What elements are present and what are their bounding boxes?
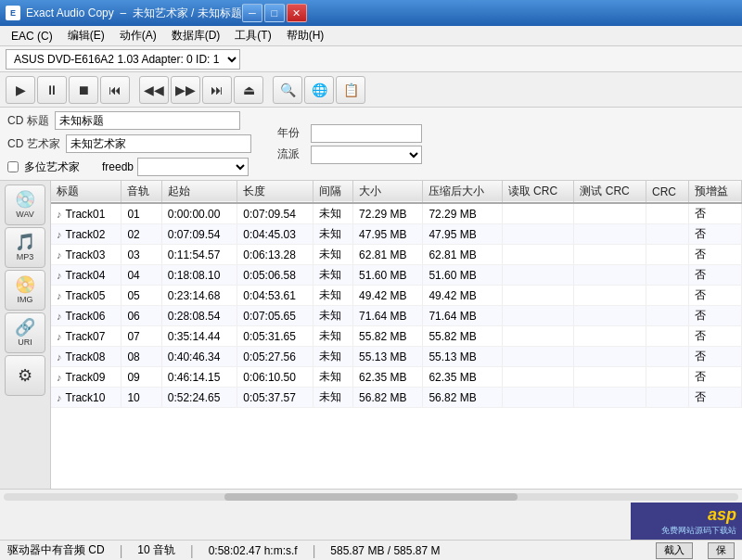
prev-btn[interactable]: ◀◀: [139, 76, 169, 104]
eject-btn[interactable]: ⏏: [234, 76, 263, 104]
track-cell-0: 02: [122, 224, 161, 245]
menu-item-t[interactable]: 工具(T): [227, 26, 278, 45]
track-cell-0: 05: [122, 286, 161, 306]
menu-item-e[interactable]: 编辑(E): [60, 26, 112, 45]
stop-btn[interactable]: ⏹: [69, 76, 98, 104]
col-header-间隔[interactable]: 间隔: [313, 181, 352, 203]
cd-title-input[interactable]: [55, 111, 240, 130]
uri-button[interactable]: 🔗URI: [5, 312, 45, 353]
copy-button[interactable]: 保: [708, 542, 735, 559]
col-header-长度[interactable]: 长度: [237, 181, 313, 203]
hscroll-thumb[interactable]: [224, 493, 518, 501]
col-header-压缩后大小[interactable]: 压缩后大小: [423, 181, 502, 203]
track-cell-8: [646, 367, 688, 388]
freedb-select[interactable]: [137, 158, 249, 176]
toc-btn[interactable]: 📋: [336, 76, 365, 104]
track-cell-7: [574, 203, 646, 224]
table-row[interactable]: ♪Track09090:46:14.150:06:10.50未知62.35 MB…: [51, 367, 742, 388]
cd-artist-input[interactable]: [66, 134, 251, 153]
track-title: Track03: [66, 248, 106, 261]
music-note-icon: ♪: [57, 372, 62, 383]
track-cell-7: [574, 326, 646, 347]
table-row[interactable]: ♪Track03030:11:54.570:06:13.28未知62.81 MB…: [51, 245, 742, 265]
maximize-button[interactable]: □: [264, 4, 285, 22]
track-title-cell: ♪Track03: [51, 245, 122, 265]
mp3-button[interactable]: 🎵MP3: [5, 227, 45, 268]
track-cell-7: [574, 224, 646, 245]
track-cell-5: 49.42 MB: [423, 286, 502, 306]
play-btn[interactable]: ▶: [6, 76, 35, 104]
menu-item-eacc[interactable]: EAC (C): [4, 28, 60, 45]
menu-item-a[interactable]: 动作(A): [112, 26, 164, 45]
music-note-icon: ♪: [57, 290, 62, 301]
track-cell-3: 未知: [313, 347, 352, 367]
table-row[interactable]: ♪Track07070:35:14.440:05:31.65未知55.82 MB…: [51, 326, 742, 347]
minimize-button[interactable]: ─: [242, 4, 262, 22]
track-cell-5: 51.60 MB: [423, 265, 502, 286]
track-title-cell: ♪Track09: [51, 367, 122, 388]
horizontal-scrollbar[interactable]: [0, 489, 742, 503]
next-btn[interactable]: ▶▶: [171, 76, 200, 104]
track-cell-3: 未知: [313, 388, 352, 408]
table-row[interactable]: ♪Track05050:23:14.680:04:53.61未知49.42 MB…: [51, 286, 742, 306]
track-cell-2: 0:04:45.03: [237, 224, 313, 245]
col-header-起始[interactable]: 起始: [161, 181, 237, 203]
genre-label: 流派: [277, 146, 305, 162]
wav-button[interactable]: 💿WAV: [5, 185, 45, 225]
col-header-测试CRC[interactable]: 测试 CRC: [574, 181, 646, 203]
track-cell-3: 未知: [313, 245, 352, 265]
track-title-cell: ♪Track08: [51, 347, 122, 367]
track-title-cell: ♪Track07: [51, 326, 122, 347]
col-header-音轨[interactable]: 音轨: [122, 181, 161, 203]
track-cell-6: [502, 265, 574, 286]
pause-btn[interactable]: ⏸: [37, 76, 67, 104]
table-row[interactable]: ♪Track06060:28:08.540:07:05.65未知71.64 MB…: [51, 306, 742, 326]
track-title-cell: ♪Track04: [51, 265, 122, 286]
track-cell-8: [646, 347, 688, 367]
config-button[interactable]: ⚙: [5, 355, 45, 396]
menu-item-h[interactable]: 帮助(H): [279, 26, 332, 45]
track-cell-1: 0:00:00.00: [161, 203, 237, 224]
track-cell-5: 62.35 MB: [423, 367, 502, 388]
track-cell-9: 否: [688, 388, 741, 408]
year-input[interactable]: [311, 124, 422, 143]
img-button[interactable]: 📀IMG: [5, 270, 45, 311]
prev-track-btn[interactable]: ⏮: [100, 76, 130, 104]
track-cell-4: 47.95 MB: [353, 224, 423, 245]
menu-item-d[interactable]: 数据库(D): [164, 26, 228, 45]
track-cell-7: [574, 367, 646, 388]
detect-btn[interactable]: 🔍: [273, 76, 302, 104]
table-row[interactable]: ♪Track04040:18:08.100:05:06.58未知51.60 MB…: [51, 265, 742, 286]
track-area[interactable]: 标题音轨起始长度间隔大小压缩后大小读取 CRC测试 CRCCRC预增益 ♪Tra…: [51, 181, 742, 489]
table-row[interactable]: ♪Track08080:40:46.340:05:27.56未知55.13 MB…: [51, 347, 742, 367]
track-cell-7: [574, 286, 646, 306]
col-header-预增益[interactable]: 预增益: [688, 181, 741, 203]
watermark-line1: asp: [708, 505, 736, 525]
drive-select[interactable]: ASUS DVD-E616A2 1.03 Adapter: 0 ID: 1: [6, 49, 240, 70]
table-row[interactable]: ♪Track01010:00:00.000:07:09.54未知72.29 MB…: [51, 203, 742, 224]
track-cell-9: 否: [688, 203, 741, 224]
next-track-btn[interactable]: ⏭: [202, 76, 232, 104]
col-header-标题[interactable]: 标题: [51, 181, 122, 203]
col-header-读取CRC[interactable]: 读取 CRC: [502, 181, 574, 203]
track-cell-2: 0:05:37.57: [237, 388, 313, 408]
col-header-大小[interactable]: 大小: [353, 181, 423, 203]
toolbar: ▶⏸⏹⏮◀◀▶▶⏭⏏🔍🌐📋: [0, 72, 742, 108]
track-cell-3: 未知: [313, 265, 352, 286]
multi-artist-checkbox[interactable]: [7, 161, 19, 172]
freedb-btn[interactable]: 🌐: [304, 76, 334, 104]
col-header-CRC[interactable]: CRC: [646, 181, 688, 203]
status-bar: 驱动器中有音频 CD | 10 音轨 | 0:58:02.47 h:m:s.f …: [0, 540, 742, 560]
track-cell-3: 未知: [313, 224, 352, 245]
track-cell-8: [646, 306, 688, 326]
track-title: Track05: [66, 289, 106, 302]
action-button[interactable]: 截入: [656, 542, 693, 559]
genre-select[interactable]: [311, 146, 422, 164]
table-row[interactable]: ♪Track02020:07:09.540:04:45.03未知47.95 MB…: [51, 224, 742, 245]
track-title: Track04: [66, 269, 106, 282]
track-title-cell: ♪Track02: [51, 224, 122, 245]
track-cell-3: 未知: [313, 367, 352, 388]
table-row[interactable]: ♪Track10100:52:24.650:05:37.57未知56.82 MB…: [51, 388, 742, 408]
close-button[interactable]: ✕: [287, 4, 307, 22]
drive-bar: ASUS DVD-E616A2 1.03 Adapter: 0 ID: 1: [0, 46, 742, 72]
